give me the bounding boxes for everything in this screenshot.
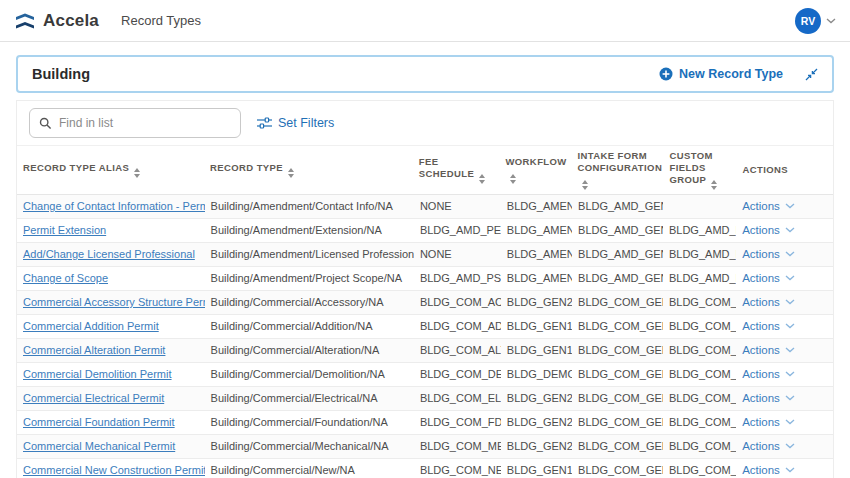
column-header-intake-form-configuration[interactable]: INTAKE FORM CONFIGURATION — [571, 146, 663, 194]
sort-arrows-icon[interactable] — [582, 180, 588, 190]
record-type-alias-link[interactable]: Commercial Demolition Permit — [23, 368, 172, 380]
record-type-alias-cell: Commercial Accessory Structure Permit — [17, 296, 205, 308]
actions-menu-button[interactable]: Actions — [742, 344, 795, 356]
actions-cell: Actions — [736, 248, 833, 260]
custom-fields-cell: BLDG_AMD_LP — [663, 248, 736, 260]
column-header-label: RECORD TYPE — [210, 162, 283, 173]
record-type-alias-link[interactable]: Permit Extension — [23, 224, 106, 236]
intake-form-cell: BLDG_COM_GEN — [572, 368, 663, 380]
actions-menu-button[interactable]: Actions — [742, 368, 795, 380]
custom-fields-cell: BLDG_COM_ALT — [663, 344, 736, 356]
chevron-down-icon — [785, 203, 795, 209]
actions-menu-button[interactable]: Actions — [742, 416, 795, 428]
record-type-alias-cell: Permit Extension — [17, 224, 205, 236]
actions-menu-button[interactable]: Actions — [742, 224, 795, 236]
workflow-cell: BLDG_AMEND — [501, 224, 572, 236]
table-row: Commercial Accessory Structure PermitBui… — [17, 291, 833, 315]
sort-arrows-icon[interactable] — [479, 174, 485, 184]
new-record-type-label: New Record Type — [679, 67, 783, 81]
table-row: Change of ScopeBuilding/Amendment/Projec… — [17, 267, 833, 291]
user-avatar[interactable]: RV — [795, 8, 821, 34]
record-type-alias-cell: Commercial Addition Permit — [17, 320, 205, 332]
column-header-workflow[interactable]: WORKFLOW — [499, 152, 571, 188]
column-header-actions: ACTIONS — [736, 160, 833, 180]
record-type-alias-link[interactable]: Commercial Alteration Permit — [23, 344, 165, 356]
actions-cell: Actions — [736, 416, 833, 428]
chevron-down-icon — [785, 347, 795, 353]
actions-menu-button[interactable]: Actions — [742, 296, 795, 308]
intake-form-cell: BLDG_COM_GEN — [572, 344, 663, 356]
user-menu-chevron-icon[interactable] — [826, 18, 836, 24]
intake-form-cell: BLDG_AMD_GENERAL — [572, 224, 663, 236]
actions-cell: Actions — [736, 440, 833, 452]
record-type-alias-link[interactable]: Commercial Electrical Permit — [23, 392, 164, 404]
actions-label: Actions — [742, 368, 780, 380]
actions-label: Actions — [742, 344, 780, 356]
module-title: Building — [32, 66, 90, 82]
actions-menu-button[interactable]: Actions — [742, 200, 795, 212]
record-type-alias-link[interactable]: Commercial New Construction Permit — [23, 464, 205, 476]
sort-arrows-icon[interactable] — [510, 174, 516, 184]
record-type-cell: Building/Amendment/Licensed Professional… — [205, 248, 414, 260]
fee-schedule-cell: BLDG_COM_MEC — [414, 440, 501, 452]
fee-schedule-cell: NONE — [414, 200, 501, 212]
column-header-record-type[interactable]: RECORD TYPE — [204, 158, 413, 182]
record-type-alias-link[interactable]: Commercial Addition Permit — [23, 320, 159, 332]
workflow-cell: BLDG_AMEND — [501, 248, 572, 260]
workflow-cell: BLDG_GEN1 — [501, 320, 572, 332]
table-row: Add/Change Licensed ProfessionalBuilding… — [17, 243, 833, 267]
column-header-label: RECORD TYPE ALIAS — [23, 162, 129, 173]
set-filters-button[interactable]: Set Filters — [257, 116, 334, 130]
custom-fields-cell: BLDG_COM_DEM — [663, 368, 736, 380]
record-type-cell: Building/Amendment/Project Scope/NA — [205, 272, 414, 284]
record-type-alias-cell: Change of Scope — [17, 272, 205, 284]
search-box[interactable] — [29, 108, 241, 138]
sort-arrows-icon[interactable] — [711, 180, 717, 190]
search-icon — [39, 117, 52, 130]
record-type-alias-link[interactable]: Change of Scope — [23, 272, 108, 284]
record-type-alias-link[interactable]: Commercial Foundation Permit — [23, 416, 175, 428]
fee-schedule-cell: BLDG_COM_ALT — [414, 344, 501, 356]
actions-menu-button[interactable]: Actions — [742, 392, 795, 404]
column-header-record-type-alias[interactable]: RECORD TYPE ALIAS — [17, 158, 204, 182]
actions-cell: Actions — [736, 320, 833, 332]
collapse-panel-button[interactable] — [805, 68, 818, 81]
new-record-type-button[interactable]: New Record Type — [659, 67, 783, 81]
sort-arrows-icon[interactable] — [288, 168, 294, 178]
sort-arrows-icon[interactable] — [134, 168, 140, 178]
custom-fields-cell: BLDG_COM_ELC — [663, 392, 736, 404]
actions-label: Actions — [742, 464, 780, 476]
collapse-arrows-icon — [805, 68, 818, 81]
actions-cell: Actions — [736, 296, 833, 308]
actions-menu-button[interactable]: Actions — [742, 320, 795, 332]
record-type-alias-link[interactable]: Change of Contact Information - Permit — [23, 200, 205, 212]
table-row: Commercial Foundation PermitBuilding/Com… — [17, 411, 833, 435]
actions-menu-button[interactable]: Actions — [742, 464, 795, 476]
actions-menu-button[interactable]: Actions — [742, 248, 795, 260]
record-type-alias-link[interactable]: Commercial Mechanical Permit — [23, 440, 175, 452]
table-row: Commercial Electrical PermitBuilding/Com… — [17, 387, 833, 411]
chevron-down-icon — [785, 251, 795, 257]
record-type-alias-link[interactable]: Add/Change Licensed Professional — [23, 248, 195, 260]
chevron-down-icon — [785, 299, 795, 305]
chevron-down-icon — [785, 371, 795, 377]
column-header-fee-schedule[interactable]: FEE SCHEDULE — [413, 152, 500, 188]
column-header-custom-fields-group[interactable]: CUSTOM FIELDS GROUP — [663, 146, 736, 194]
workflow-cell: BLDG_GEN1 — [501, 464, 572, 476]
fee-schedule-cell: BLDG_COM_ELC — [414, 392, 501, 404]
table-row: Commercial Alteration PermitBuilding/Com… — [17, 339, 833, 363]
custom-fields-cell: BLDG_COM_FDN — [663, 416, 736, 428]
actions-menu-button[interactable]: Actions — [742, 440, 795, 452]
search-input[interactable] — [59, 116, 231, 130]
record-type-alias-cell: Commercial Alteration Permit — [17, 344, 205, 356]
record-type-alias-link[interactable]: Commercial Accessory Structure Permit — [23, 296, 205, 308]
workflow-cell: BLDG_GEN2 — [501, 440, 572, 452]
actions-menu-button[interactable]: Actions — [742, 272, 795, 284]
table-body: Change of Contact Information - PermitBu… — [17, 195, 833, 478]
record-type-cell: Building/Commercial/Accessory/NA — [205, 296, 414, 308]
custom-fields-cell: BLDG_COM_ADD — [663, 320, 736, 332]
record-type-alias-cell: Commercial Foundation Permit — [17, 416, 205, 428]
chevron-down-icon — [785, 395, 795, 401]
record-type-alias-cell: Add/Change Licensed Professional — [17, 248, 205, 260]
chevron-down-icon — [785, 419, 795, 425]
